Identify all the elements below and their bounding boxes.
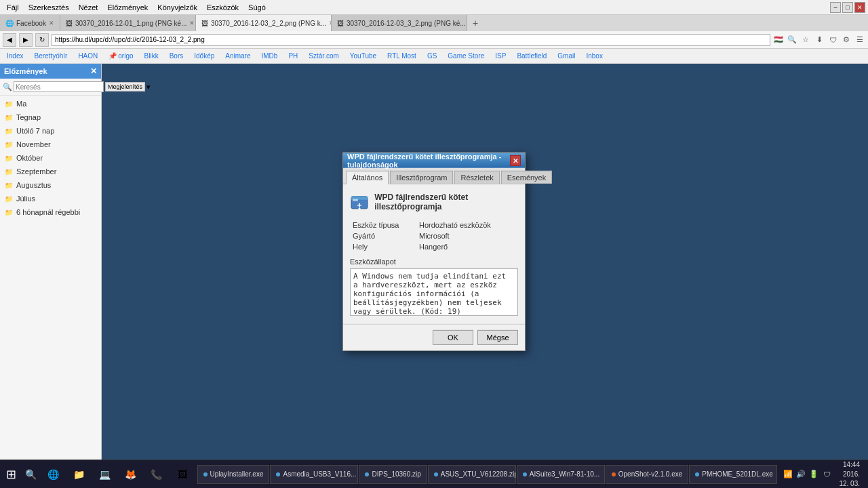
bookmark-sztarcom[interactable]: Sztár.com: [304, 51, 342, 61]
browser-content: Előzmények ✕ 🔍 Megjelenítés ▾ 📁 Ma 📁 Teg…: [0, 64, 868, 460]
menu-help[interactable]: Súgó: [244, 2, 270, 13]
bookmark-animare[interactable]: Animare: [221, 51, 254, 61]
menu-bar: Fájl Szerkesztés Nézet Előzmények Könyvj…: [0, 0, 868, 15]
tab-close-button[interactable]: ✕: [189, 20, 195, 26]
menu-file[interactable]: Fájl: [3, 2, 23, 13]
tab-label: 30370_2016-12-03_3_2.png (PNG ké...: [347, 20, 466, 27]
taskbar-app-asus-xtu[interactable]: ASUS_XTU_V612208.zip: [428, 465, 516, 484]
address-input[interactable]: [52, 34, 770, 46]
bookmark-haon[interactable]: HAON: [74, 51, 102, 61]
taskbar-bottom-apps: UplayInstaller.exe Asmedia_USB3_V116... …: [197, 465, 778, 484]
taskbar-app-asmedia[interactable]: Asmedia_USB3_V116...: [270, 465, 358, 484]
ok-button[interactable]: OK: [433, 330, 473, 345]
tab-facebook[interactable]: 🌐 Facebook ✕: [0, 15, 60, 31]
prop-label-manufacturer: Gyártó: [353, 232, 414, 240]
menu-history[interactable]: Előzmények: [103, 2, 152, 13]
tray-network-icon[interactable]: 📶: [783, 469, 793, 480]
tray-security-icon[interactable]: 🛡: [821, 469, 832, 480]
skype-icon: 📞: [149, 466, 165, 483]
taskbar-app-firefox[interactable]: 🦊: [119, 462, 143, 487]
download-icon[interactable]: ⬇: [814, 35, 825, 45]
menu-edit[interactable]: Szerkesztés: [24, 2, 73, 13]
tab-favicon: 🌐: [5, 20, 14, 27]
dialog-title: WPD fájlrendszerű kötet illesztőprogramj…: [347, 152, 510, 169]
tray-icons: 📶 🔊 🔋 🛡: [783, 469, 832, 480]
dialog-tab-events[interactable]: Események: [501, 171, 552, 184]
bookmark-gmail[interactable]: Gmail: [553, 51, 579, 61]
app-indicator: [365, 472, 369, 476]
prop-value-location: Hangerő: [419, 243, 515, 251]
tab-img3[interactable]: 🖼 30370_2016-12-03_2_2.png (PNG k... ✕: [196, 15, 332, 31]
taskbar-app-uplay[interactable]: UplayInstaller.exe: [197, 465, 270, 484]
bookmark-youtube[interactable]: YouTube: [346, 51, 380, 61]
forward-button[interactable]: ▶: [19, 33, 33, 47]
menu-view[interactable]: Nézet: [75, 2, 102, 13]
taskbar-search-button[interactable]: 🔍: [23, 465, 39, 484]
bookmark-battlefield[interactable]: Battlefield: [513, 51, 551, 61]
bookmark-index[interactable]: Index: [3, 51, 27, 61]
menu-icon[interactable]: ☰: [854, 35, 865, 45]
prop-value-type: Hordozható eszközök: [419, 221, 515, 229]
device-svg-icon: [350, 192, 369, 211]
bookmark-origo[interactable]: 📌 origo: [104, 51, 137, 61]
app-indicator: [276, 472, 280, 476]
maximize-button[interactable]: □: [842, 2, 853, 13]
bookmark-idokep[interactable]: Időkép: [190, 51, 218, 61]
tab-img1[interactable]: 🖼 30370_2016-12-01_1.png (PNG ké... ✕: [60, 15, 196, 31]
taskbar-app-explorer[interactable]: 📁: [67, 462, 92, 487]
bookmark-imdb[interactable]: IMDb: [258, 51, 282, 61]
taskbar-app-photos[interactable]: 🖼: [170, 462, 195, 487]
taskbar-app-dips[interactable]: DIPS_10360.zip: [359, 465, 427, 484]
tab-label: 30370_2016-12-01_1.png (PNG ké...: [75, 20, 187, 27]
prop-value-manufacturer: Microsoft: [419, 232, 515, 240]
tray-volume-icon[interactable]: 🔊: [795, 469, 806, 480]
firefox-icon: 🦊: [123, 466, 139, 483]
taskbar-app-computer[interactable]: 💻: [93, 462, 117, 487]
computer-icon: 💻: [97, 466, 113, 483]
dialog-close-button[interactable]: ✕: [510, 155, 521, 166]
flag-icon: 🇭🇺: [773, 35, 784, 45]
back-button[interactable]: ◀: [3, 33, 16, 47]
device-icon: [350, 191, 369, 213]
cancel-button[interactable]: Mégse: [477, 330, 518, 345]
dialog-tab-driver[interactable]: Illesztőprogram: [390, 171, 453, 184]
taskbar-app-pmhome[interactable]: PMHOME_5201DL.exe: [689, 465, 777, 484]
bookmark-berettyohir[interactable]: Berettyóhír: [30, 51, 71, 61]
taskbar-app-aisuite[interactable]: AISuite3_Win7-81-10...: [517, 465, 605, 484]
bookmark-blikk[interactable]: Blikk: [140, 51, 163, 61]
minimize-button[interactable]: –: [830, 2, 841, 13]
dialog-buttons: OK Mégse: [343, 324, 525, 350]
taskbar-app-skype[interactable]: 📞: [144, 462, 169, 487]
tray-clock[interactable]: 14:44 2016. 12. 03.: [835, 460, 863, 489]
app-label: Asmedia_USB3_V116...: [283, 470, 356, 478]
app-label: OpenShot-v2.1.0.exe: [618, 470, 683, 478]
taskbar-app-ie[interactable]: 🌐: [41, 462, 66, 487]
taskbar-apps: 🌐 📁 💻 🦊 📞 🖼: [41, 462, 195, 487]
refresh-button[interactable]: ↻: [35, 33, 49, 47]
bookmark-inbox[interactable]: Inbox: [582, 51, 606, 61]
start-button[interactable]: ⊞: [1, 462, 22, 487]
dialog-content: WPD fájlrendszerű kötet illesztőprogramj…: [343, 184, 525, 324]
bookmark-gamestore[interactable]: Game Store: [443, 51, 488, 61]
menu-tools[interactable]: Eszközök: [203, 2, 243, 13]
status-textbox[interactable]: A Windows nem tudja elindítani ezt a har…: [350, 268, 518, 316]
dialog-tab-general[interactable]: Általános: [346, 171, 389, 184]
menu-bookmarks[interactable]: Könyvjelzők: [153, 2, 201, 13]
bookmark-rtlmost[interactable]: RTL Most: [383, 51, 420, 61]
dialog-tab-details[interactable]: Részletek: [454, 171, 499, 184]
tab-close-button[interactable]: ✕: [49, 20, 54, 26]
bookmark-gs[interactable]: GS: [423, 51, 441, 61]
bookmark-ph[interactable]: PH: [284, 51, 302, 61]
new-tab-button[interactable]: +: [467, 15, 484, 31]
search-icon[interactable]: 🔍: [787, 35, 797, 45]
photos-icon: 🖼: [174, 466, 191, 483]
bookmark-bors[interactable]: Bors: [165, 51, 188, 61]
settings-icon[interactable]: ⚙: [841, 35, 852, 45]
explorer-icon: 📁: [71, 466, 87, 483]
star-icon[interactable]: ☆: [800, 35, 811, 45]
close-window-button[interactable]: ✕: [854, 2, 865, 13]
tab-img4[interactable]: 🖼 30370_2016-12-03_3_2.png (PNG ké... ✕: [332, 15, 467, 31]
taskbar-app-openshot[interactable]: OpenShot-v2.1.0.exe: [606, 465, 689, 484]
svg-point-4: [359, 207, 361, 209]
bookmark-isp[interactable]: ISP: [491, 51, 510, 61]
